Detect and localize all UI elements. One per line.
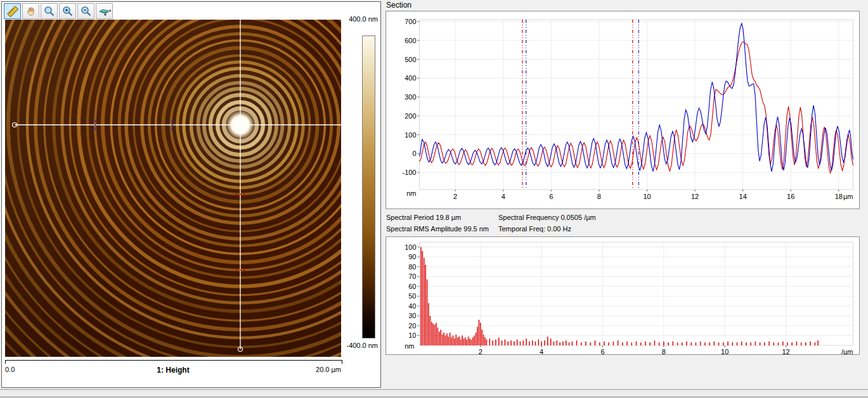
svg-text:90: 90 (408, 253, 416, 260)
svg-text:100: 100 (405, 243, 416, 251)
ruler-tool-button[interactable] (4, 3, 21, 19)
zoom-tool-button[interactable] (41, 3, 58, 19)
zoom-in-button[interactable] (59, 3, 76, 19)
svg-text:14: 14 (739, 193, 747, 200)
svg-text:2: 2 (479, 348, 483, 354)
svg-text:50: 50 (408, 292, 416, 300)
svg-text:/µm: /µm (841, 348, 853, 354)
spectral-period: Spectral Period 19.8 µm (386, 212, 498, 223)
svg-text:nm: nm (405, 342, 414, 350)
ruler-icon (6, 5, 19, 18)
svg-text:6: 6 (549, 193, 553, 200)
svg-text:10: 10 (408, 331, 416, 339)
svg-text:40: 40 (408, 302, 416, 310)
temporal-frequency: Temporal Freq: 0.00 Hz (498, 223, 689, 234)
svg-text:0: 0 (412, 150, 416, 157)
color-scale-max-label: 400.0 nm (311, 15, 378, 23)
image-toolbar (4, 3, 113, 20)
svg-text:12: 12 (691, 193, 699, 200)
svg-text:4: 4 (502, 193, 505, 200)
svg-text:nm: nm (406, 189, 416, 197)
svg-text:10: 10 (721, 348, 729, 354)
svg-text:10: 10 (643, 193, 651, 200)
svg-text:700: 700 (405, 18, 416, 25)
zoom-out-icon (80, 5, 93, 18)
svg-text:2: 2 (453, 193, 457, 200)
zoom-in-icon (62, 5, 74, 18)
svg-text:500: 500 (405, 56, 416, 63)
x-scale-axis (5, 360, 342, 364)
svg-text:200: 200 (405, 112, 416, 120)
offset-tool-button[interactable] (96, 3, 113, 19)
svg-text:8: 8 (662, 348, 666, 354)
bottom-splitter[interactable] (0, 389, 868, 397)
svg-text:100: 100 (405, 131, 416, 139)
image-panel: 400.0 nm -400.0 nm 0.0 1: Height 20.0 µm (1, 1, 381, 388)
svg-text:-100: -100 (402, 169, 416, 176)
section-panel-title: Section (386, 1, 411, 10)
svg-text:µm: µm (843, 193, 853, 200)
application-window: 400.0 nm -400.0 nm 0.0 1: Height 20.0 µm… (0, 0, 868, 398)
zoom-out-button[interactable] (77, 3, 94, 19)
color-scale-min-label: -400.0 nm (308, 342, 378, 349)
svg-text:12: 12 (782, 348, 789, 354)
pan-tool-button[interactable] (22, 3, 39, 19)
svg-text:80: 80 (408, 263, 416, 271)
svg-text:300: 300 (405, 93, 416, 101)
svg-text:6: 6 (600, 348, 604, 354)
svg-text:60: 60 (408, 283, 416, 290)
afm-height-image[interactable] (5, 20, 341, 357)
svg-text:4: 4 (540, 348, 543, 354)
svg-text:16: 16 (787, 193, 794, 200)
offset-icon (98, 5, 112, 18)
svg-text:8: 8 (597, 193, 601, 200)
spectral-frequency: Spectral Frequency 0.0505 /µm (498, 212, 689, 223)
svg-text:600: 600 (405, 37, 416, 44)
magnifier-icon (43, 5, 56, 18)
section-profile-chart[interactable]: 7006005004003002001000-10024681012141618… (385, 11, 860, 209)
svg-text:18: 18 (835, 193, 843, 200)
spectral-rms-amplitude: Spectral RMS Amplitude 99.5 nm (386, 223, 498, 234)
color-scale-bar (362, 35, 375, 338)
svg-text:70: 70 (408, 273, 416, 280)
svg-text:20: 20 (408, 322, 416, 330)
spectrum-chart[interactable]: 10090807060504030201024681012nm/µm (385, 236, 860, 355)
svg-text:400: 400 (405, 74, 416, 82)
svg-text:30: 30 (408, 312, 416, 319)
spectral-stats: Spectral Period 19.8 µm Spectral Frequen… (386, 212, 855, 234)
hand-icon (25, 5, 37, 18)
x-scale-max-label: 20.0 µm (5, 366, 341, 373)
